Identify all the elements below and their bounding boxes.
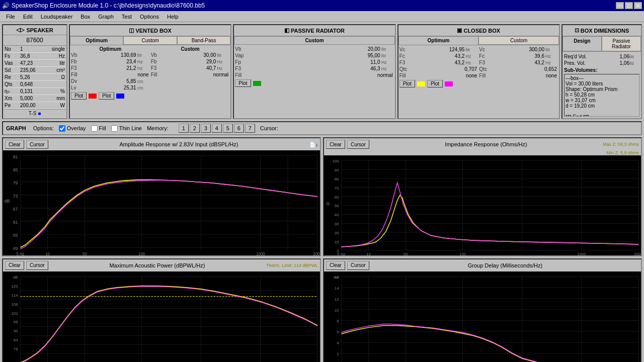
- maximize-button[interactable]: □: [625, 2, 633, 9]
- vented-lv: Lv25,31cm: [71, 84, 150, 91]
- cb-plot-custom-button[interactable]: Plot: [427, 80, 443, 87]
- cb-plot-optimum-button[interactable]: Plot: [399, 80, 415, 87]
- vented-box-panel: ◫ VENTED BOX Optimum Custom Band-Pass Op…: [69, 24, 231, 119]
- cb-f3-custom: F343,2Hz: [479, 59, 558, 66]
- thin-line-checkbox[interactable]: [111, 125, 118, 132]
- svg-text:5 Hz: 5 Hz: [16, 252, 24, 255]
- svg-text:100: 100: [459, 252, 466, 255]
- vented-plot-optimum-button[interactable]: Plot: [71, 92, 87, 100]
- impedance-min-z: Min Z: 5,9 ohms: [324, 150, 641, 155]
- svg-text:dB: dB: [13, 275, 18, 280]
- tab-closed-optimum[interactable]: Optimum: [398, 36, 479, 45]
- svg-text:2: 2: [337, 352, 339, 356]
- vented-plot-custom-button[interactable]: Plot: [99, 92, 114, 100]
- svg-text:80: 80: [335, 177, 339, 182]
- amplitude-chart-header: Clear Cursor Amplitude Response w/ 2.83V…: [3, 138, 320, 150]
- svg-text:6: 6: [337, 330, 339, 334]
- svg-text:84: 84: [14, 338, 18, 342]
- dimensions-content: Req'd Vol. 1,06 litr Pres. Vol. 1,06 lit…: [562, 52, 641, 118]
- tab-passive-radiator-dim[interactable]: Passive Radiator: [602, 36, 641, 51]
- param-unit: Hz: [44, 53, 66, 60]
- memory-button-3[interactable]: 3: [201, 124, 211, 133]
- memory-buttons: 1 2 3 4 5 6 7: [179, 124, 255, 133]
- svg-text:1000: 1000: [256, 252, 265, 255]
- menubar-item-loudspeaker[interactable]: Loudspeaker: [37, 13, 77, 21]
- max-power-thermal-limit: Therm. Limit: 114 dBPWL: [266, 263, 318, 268]
- group-delay-clear-button[interactable]: Clear: [326, 261, 345, 270]
- menubar-item-help[interactable]: Help: [163, 13, 183, 21]
- svg-text:2000: 2000: [313, 252, 320, 255]
- menubar-item-file[interactable]: File: [2, 13, 19, 21]
- fill-checkbox[interactable]: [91, 125, 98, 132]
- tab-design[interactable]: Design: [562, 36, 602, 51]
- max-power-cursor-button[interactable]: Cursor: [26, 261, 48, 270]
- vented-plot-row: Plot Plot: [71, 91, 229, 101]
- menubar-item-options[interactable]: Options: [136, 13, 163, 21]
- group-delay-chart-header: Clear Cursor Group Delay (Milliseconds/H…: [324, 259, 641, 272]
- group-delay-cursor-button[interactable]: Cursor: [347, 261, 369, 270]
- ts-link[interactable]: ■: [38, 111, 41, 116]
- vented-dv: Dv5,85cm: [71, 78, 150, 84]
- svg-text:dB: dB: [4, 199, 10, 204]
- vented-fb-custom: Fb29,0Hz: [151, 58, 230, 65]
- vented-plot-optimum-color: [89, 94, 97, 99]
- table-row: η₀ 0,131 %: [3, 88, 66, 95]
- svg-text:16: 16: [335, 275, 339, 280]
- top-panel: ◁▷ SPEAKER 87600 No 1 single Fs 36,8 Hz …: [2, 24, 642, 119]
- app-title: SpeakerShop Enclosure Module 1.0 - c:\jb…: [12, 2, 205, 9]
- svg-text:70: 70: [335, 186, 339, 191]
- overlay-checkbox-label[interactable]: Overlay: [59, 125, 86, 132]
- menubar-item-box[interactable]: Box: [76, 13, 94, 21]
- passive-radiator-panel: ◧ PASSIVE RADIATOR Custom Vb20,00litr Va…: [233, 24, 395, 119]
- vented-plot-custom-color: [116, 94, 124, 99]
- close-button[interactable]: ✕: [634, 2, 642, 9]
- minimize-button[interactable]: ─: [616, 2, 624, 9]
- fill-checkbox-label[interactable]: Fill: [91, 125, 106, 132]
- svg-text:55: 55: [13, 233, 18, 238]
- pres-vol-row: Pres. Vol. 1,06 litr: [564, 60, 639, 66]
- tab-closed-custom[interactable]: Custom: [478, 36, 559, 45]
- memory-button-7[interactable]: 7: [245, 124, 255, 133]
- memory-button-5[interactable]: 5: [223, 124, 233, 133]
- svg-text:96: 96: [14, 320, 18, 324]
- box-panels-container: ◫ VENTED BOX Optimum Custom Band-Pass Op…: [69, 24, 560, 119]
- thin-line-checkbox-label[interactable]: Thin Line: [111, 125, 142, 132]
- menubar-item-test[interactable]: Test: [118, 13, 136, 21]
- tab-vented-custom[interactable]: Custom: [123, 36, 177, 45]
- pr-f3: F346,3Hz: [235, 65, 393, 72]
- main-content: ◁▷ SPEAKER 87600 No 1 single Fs 36,8 Hz …: [0, 22, 644, 362]
- max-power-clear-button[interactable]: Clear: [5, 261, 24, 270]
- amplitude-clear-button[interactable]: Clear: [5, 140, 24, 149]
- pr-plot-button[interactable]: Plot: [235, 79, 251, 87]
- passive-tabs: Custom: [234, 36, 394, 45]
- param-extra: single: [44, 46, 66, 53]
- amplitude-chart-panel: Clear Cursor Amplitude Response w/ 2.83V…: [2, 137, 321, 256]
- param-label: Xm: [3, 95, 19, 102]
- speaker-params-table: No 1 single Fs 36,8 Hz Vas 47,23 litr Sd…: [3, 46, 66, 109]
- impedance-cursor-button[interactable]: Cursor: [347, 140, 369, 149]
- param-unit: cm²: [44, 67, 66, 74]
- svg-text:12: 12: [335, 297, 339, 302]
- table-row: Xm 5,000 mm: [3, 95, 66, 102]
- memory-button-1[interactable]: 1: [179, 124, 189, 133]
- titlebar-title: 🔊 SpeakerShop Enclosure Module 1.0 - c:\…: [2, 2, 205, 9]
- tab-passive-custom[interactable]: Custom: [234, 36, 394, 44]
- tab-vented-bandpass[interactable]: Band-Pass: [177, 36, 230, 45]
- overlay-checkbox[interactable]: [59, 125, 65, 132]
- impedance-clear-button[interactable]: Clear: [326, 140, 345, 149]
- group-delay-chart-title: Group Delay (Milliseconds/Hz): [371, 262, 639, 268]
- tab-vented-optimum[interactable]: Optimum: [70, 36, 123, 45]
- memory-button-6[interactable]: 6: [234, 124, 244, 133]
- menubar-item-graph[interactable]: Graph: [94, 13, 118, 21]
- memory-button-2[interactable]: 2: [190, 124, 200, 133]
- vented-vb-optimum: Vb130,69litr: [71, 52, 150, 58]
- pr-fill: Fillnormal: [235, 72, 393, 78]
- reqd-vol-unit: litr: [629, 54, 639, 59]
- amplitude-cursor-button[interactable]: Cursor: [26, 140, 48, 149]
- max-power-chart-svg: dB 120 114 108 102 96 90 84 78 5 Hz 10 5…: [3, 272, 320, 362]
- speaker-panel: ◁▷ SPEAKER 87600 No 1 single Fs 36,8 Hz …: [2, 24, 67, 119]
- max-power-chart-area: dB 120 114 108 102 96 90 84 78 5 Hz 10 5…: [3, 272, 320, 362]
- cb-fill-optimum: Fillnone: [399, 72, 478, 79]
- memory-button-4[interactable]: 4: [212, 124, 222, 133]
- menubar-item-edit[interactable]: Edit: [19, 13, 37, 21]
